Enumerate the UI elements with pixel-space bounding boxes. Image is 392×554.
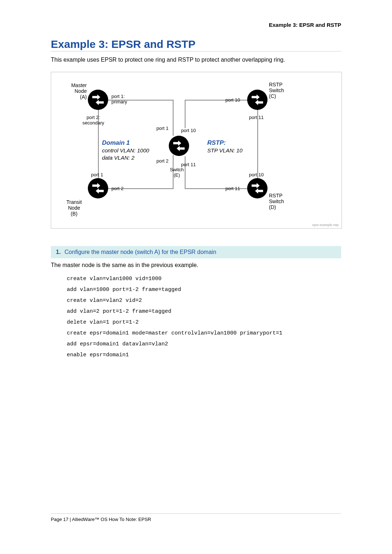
node-a-port1-label: port 1: primary	[111, 94, 127, 105]
switch-icon	[247, 178, 268, 198]
node-a-label: Master Node (A)	[61, 82, 87, 100]
intro-paragraph: This example uses EPSR to protect one ri…	[51, 57, 341, 63]
page-footer: Page 17 | AlliedWare™ OS How To Note: EP…	[51, 513, 341, 522]
switch-icon	[88, 90, 108, 110]
domain1-data-vlan: data VLAN: 2	[102, 154, 149, 161]
step-number: 1.	[56, 249, 61, 255]
node-d-port11-label: port 11	[225, 186, 240, 192]
diagram-watermark: epsr-example-rstp	[312, 223, 339, 227]
domain1-block: Domain 1 control VLAN: 1000 data VLAN: 2	[102, 139, 149, 161]
node-e-port11-label: port 11	[181, 162, 196, 168]
node-e-port1-label: port 1	[156, 126, 168, 131]
node-a-port2-label: port 2: secondary	[82, 115, 104, 126]
domain1-control-vlan: control VLAN: 1000	[102, 147, 149, 154]
node-b-port2-label: port 2	[111, 186, 123, 192]
topology-diagram: Master Node (A) port 1: primary port 2: …	[51, 72, 342, 229]
node-b-label: Transit Node (B)	[66, 199, 82, 217]
code-block: create vlan=vlan1000 vid=1000 add vlan=1…	[67, 274, 341, 361]
domain1-title: Domain 1	[102, 139, 149, 147]
section-title: Example 3: EPSR and RSTP	[51, 38, 341, 52]
node-b-port1-label: port 1	[91, 172, 103, 178]
node-d-label: RSTP Switch (D)	[269, 193, 284, 210]
node-c-label: RSTP Switch (C)	[269, 82, 284, 99]
node-c-port10-label: port 10	[225, 98, 240, 103]
rstp-title: RSTP:	[207, 139, 242, 147]
rstp-vlan: STP VLAN: 10	[207, 147, 242, 154]
switch-icon	[169, 136, 189, 156]
switch-icon	[247, 90, 268, 110]
node-e-port2-label: port 2	[156, 159, 168, 164]
node-e-port10-label: port 10	[181, 128, 196, 134]
step-title: Configure the master node (switch A) for…	[65, 249, 216, 255]
switch-icon	[88, 178, 108, 198]
step-heading: 1. Configure the master node (switch A) …	[51, 246, 341, 258]
rstp-block: RSTP: STP VLAN: 10	[207, 139, 242, 154]
running-header: Example 3: EPSR and RSTP	[51, 22, 341, 28]
node-d-port10-label: port 10	[249, 172, 264, 178]
node-c-port11-label: port 11	[249, 115, 264, 120]
node-e-label: Switch (E)	[170, 167, 184, 178]
step-paragraph: The master node is the same as in the pr…	[51, 262, 341, 268]
